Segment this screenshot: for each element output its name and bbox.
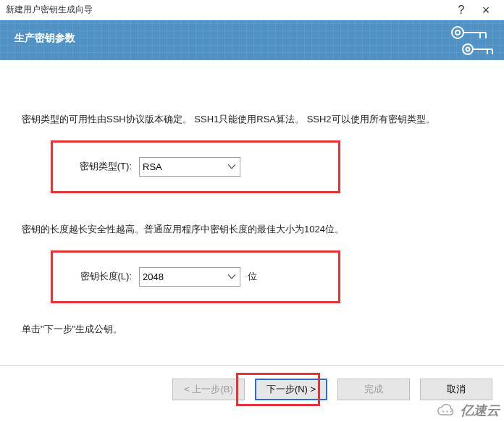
key-type-select[interactable]: RSA [139,157,240,177]
key-length-label: 密钥长度(L): [63,270,139,283]
svg-point-0 [452,27,463,38]
key-length-unit: 位 [248,270,257,283]
key-icon [450,25,490,41]
next-button[interactable]: 下一步(N) > [255,379,327,400]
cloud-icon [435,403,457,418]
watermark: 亿速云 [435,402,500,419]
svg-point-11 [446,410,448,412]
key-length-group: 密钥长度(L): 2048 位 [51,250,340,303]
footer-buttons: < 上一步(B) 下一步(N) > 完成 取消 [0,365,504,400]
finish-button[interactable]: 完成 [337,379,410,400]
key-length-description: 密钥的长度越长安全性越高。普通应用程序中密钥长度的最佳大小为1024位。 [22,222,482,237]
key-type-description: 密钥类型的可用性由SSH协议版本确定。 SSH1只能使用RSA算法。 SSH2可… [22,112,482,127]
svg-point-10 [442,410,444,412]
banner-heading: 生产密钥参数 [14,32,75,45]
svg-point-12 [450,410,452,412]
help-button[interactable]: ? [449,0,474,20]
key-type-label: 密钥类型(T): [63,160,139,173]
generate-hint: 单击"下一步"生成公钥。 [22,322,482,337]
key-length-select[interactable]: 2048 [139,267,240,287]
svg-point-6 [466,48,470,51]
prev-button[interactable]: < 上一步(B) [172,379,245,400]
window-title: 新建用户密钥生成向导 [6,4,449,16]
titlebar: 新建用户密钥生成向导 ? × [0,0,504,20]
close-button[interactable]: × [474,0,498,20]
key-type-group: 密钥类型(T): RSA [51,140,340,193]
svg-point-5 [463,44,473,54]
svg-point-1 [455,30,460,35]
watermark-text: 亿速云 [461,402,500,419]
content-area: 密钥类型的可用性由SSH协议版本确定。 SSH1只能使用RSA算法。 SSH2可… [0,60,504,364]
banner: 生产密钥参数 [0,20,504,60]
key-icon [461,42,495,56]
cancel-button[interactable]: 取消 [420,379,492,400]
